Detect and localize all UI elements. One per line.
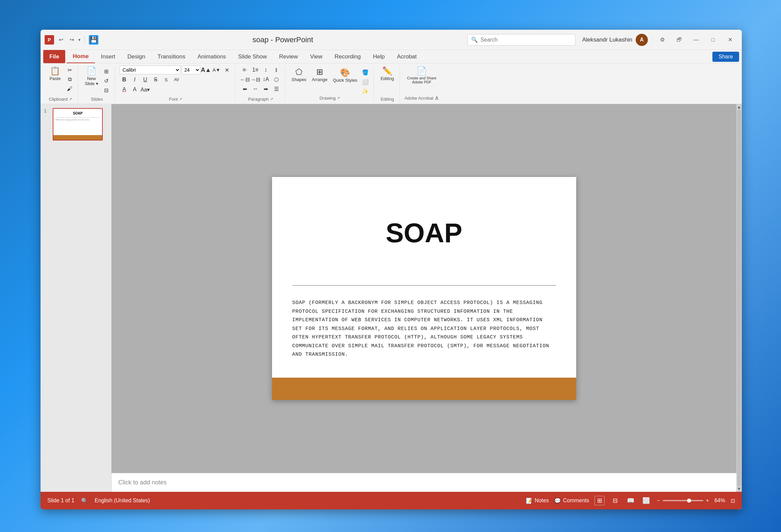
editing-label: Editing [381, 76, 394, 81]
view-reading-button[interactable]: 📖 [626, 496, 636, 505]
shadow-button[interactable]: S [162, 75, 171, 84]
tab-acrobat[interactable]: Acrobat [391, 50, 423, 63]
tab-recording[interactable]: Recording [328, 50, 367, 63]
title-bar-left: P ↩ ↪ ▾ 💾 [45, 35, 98, 45]
search-bar[interactable]: 🔍 [467, 34, 576, 46]
align-center-button[interactable]: ↔ [251, 84, 260, 93]
font-expand[interactable]: ↗ [179, 97, 182, 101]
create-pdf-button[interactable]: 📄 Create and Share Adobe PDF [405, 66, 439, 85]
shape-outline-button[interactable]: ⬜ [361, 77, 370, 86]
line-spacing-button[interactable]: ↕ [261, 66, 271, 74]
zoom-thumb[interactable] [687, 499, 691, 503]
font-family-select[interactable]: Calibri [120, 66, 180, 74]
tab-transitions[interactable]: Transitions [151, 50, 192, 63]
numbering-button[interactable]: 1≡ [251, 66, 260, 74]
scrollbar-track[interactable] [737, 109, 741, 486]
tab-slideshow[interactable]: Slide Show [232, 50, 273, 63]
quick-styles-icon: 🎨 [340, 69, 350, 77]
font-row-1: Calibri 24 A▲ A▼ ✕ [120, 66, 232, 74]
justify-button[interactable]: ☰ [272, 84, 281, 93]
shape-fill-button[interactable]: 🪣 [361, 68, 370, 77]
slide-layout-button[interactable]: ⊞ [102, 67, 111, 76]
drawing-expand[interactable]: ↗ [337, 96, 340, 100]
maximize-button[interactable]: □ [705, 34, 721, 46]
clear-format-button[interactable]: ✕ [222, 66, 232, 74]
editing-button[interactable]: ✏️ Editing [379, 66, 396, 82]
increase-font-button[interactable]: A▲ [201, 66, 211, 74]
comments-button[interactable]: 💬 Comments [554, 498, 589, 504]
search-input[interactable] [481, 37, 572, 43]
format-painter-button[interactable]: 🖌 [65, 84, 74, 93]
account-settings-button[interactable]: ⚙ [655, 34, 670, 46]
copy-button[interactable]: ⧉ [65, 75, 74, 84]
increase-indent-button[interactable]: →⊟ [251, 75, 260, 84]
share-button[interactable]: Share [712, 52, 739, 62]
zoom-out-button[interactable]: − [657, 498, 660, 504]
columns-button[interactable]: ⫿ [272, 66, 281, 74]
font-color-button[interactable]: A [120, 85, 129, 94]
decrease-font-button[interactable]: A▼ [212, 66, 221, 74]
tab-animations[interactable]: Animations [192, 50, 232, 63]
text-highlight-button[interactable]: A [130, 85, 140, 94]
shapes-button[interactable]: ⬠ Shapes [290, 67, 309, 83]
view-normal-button[interactable]: ⊞ [594, 496, 605, 505]
view-slide-sorter-button[interactable]: ⊟ [610, 496, 620, 505]
zoom-track[interactable] [663, 500, 703, 501]
decrease-indent-button[interactable]: ←⊟ [240, 75, 250, 84]
bullets-button[interactable]: ≡· [240, 66, 250, 74]
quick-styles-button[interactable]: 🎨 Quick Styles [331, 67, 359, 84]
tab-file[interactable]: File [43, 50, 65, 63]
undo-button[interactable]: ↩ [57, 36, 65, 44]
paragraph-expand[interactable]: ↗ [270, 97, 273, 101]
zoom-in-button[interactable]: + [706, 498, 709, 504]
app-icon: P [45, 35, 54, 45]
slide-item-1[interactable]: 1 SOAP SOAP protocol messaging specifica… [41, 104, 111, 145]
fit-slide-button[interactable]: ⊡ [731, 498, 735, 504]
accessibility-icon[interactable]: 🔍 [81, 498, 88, 504]
tab-home[interactable]: Home [67, 50, 95, 63]
tab-review[interactable]: Review [273, 50, 304, 63]
notes-button[interactable]: 📝 Notes [526, 498, 549, 504]
char-spacing-button[interactable]: AV [172, 75, 181, 84]
cut-button[interactable]: ✂ [65, 66, 74, 74]
clipboard-expand[interactable]: ↗ [69, 97, 72, 101]
avatar[interactable]: A [636, 34, 648, 46]
slide-canvas[interactable]: SOAP SOAP (FORMERLY A BACKRONYM FOR SIMP… [112, 104, 736, 473]
reset-slide-button[interactable]: ↺ [102, 76, 111, 85]
close-button[interactable]: ✕ [722, 34, 738, 46]
collapse-ribbon-button[interactable]: ∧ [435, 94, 439, 102]
change-case-button[interactable]: Aa▾ [141, 85, 150, 94]
shape-effects-button[interactable]: ✨ [361, 87, 370, 96]
notes-area[interactable]: Click to add notes [112, 473, 736, 492]
tab-insert[interactable]: Insert [95, 50, 122, 63]
tab-view[interactable]: View [304, 50, 328, 63]
align-right-button[interactable]: ➡ [261, 84, 271, 93]
underline-button[interactable]: U [141, 75, 150, 84]
strikethrough-button[interactable]: S [151, 75, 161, 84]
slide-container[interactable]: SOAP SOAP (FORMERLY A BACKRONYM FOR SIMP… [272, 177, 576, 400]
restore-button[interactable]: 🗗 [672, 34, 687, 46]
arrange-button[interactable]: ⊞ Arrange [310, 67, 330, 83]
tab-help[interactable]: Help [367, 50, 391, 63]
redo-button[interactable]: ↪ [68, 36, 76, 44]
italic-button[interactable]: I [130, 75, 140, 84]
minimize-button[interactable]: — [688, 34, 704, 46]
ribbon-tabs: File Home Insert Design Transitions Anim… [41, 50, 742, 64]
smartart-button[interactable]: ⬡ [272, 75, 281, 84]
quick-access-customize[interactable]: ▾ [78, 37, 80, 42]
scroll-down[interactable]: ▼ [737, 486, 741, 491]
tab-design[interactable]: Design [121, 50, 151, 63]
paste-button[interactable]: 📋 Paste [47, 66, 64, 82]
clipboard-content: 📋 Paste ✂ ⧉ 🖌 [47, 66, 74, 97]
slide-section-button[interactable]: ⊟ [102, 86, 111, 95]
bold-button[interactable]: B [120, 75, 129, 84]
text-direction-button[interactable]: ↕A [261, 75, 271, 84]
new-slide-button[interactable]: 📄 NewSlide ▾ [83, 66, 100, 87]
scroll-up[interactable]: ▲ [737, 105, 741, 109]
view-presenter-button[interactable]: ⬜ [641, 496, 651, 505]
clipboard-label: Clipboard ↗ [49, 97, 72, 102]
scrollbar[interactable]: ▲ ▼ [736, 104, 742, 492]
presentation-save-icon[interactable]: 💾 [89, 35, 98, 45]
align-left-button[interactable]: ⬅ [240, 84, 250, 93]
font-size-select[interactable]: 24 [181, 66, 200, 74]
